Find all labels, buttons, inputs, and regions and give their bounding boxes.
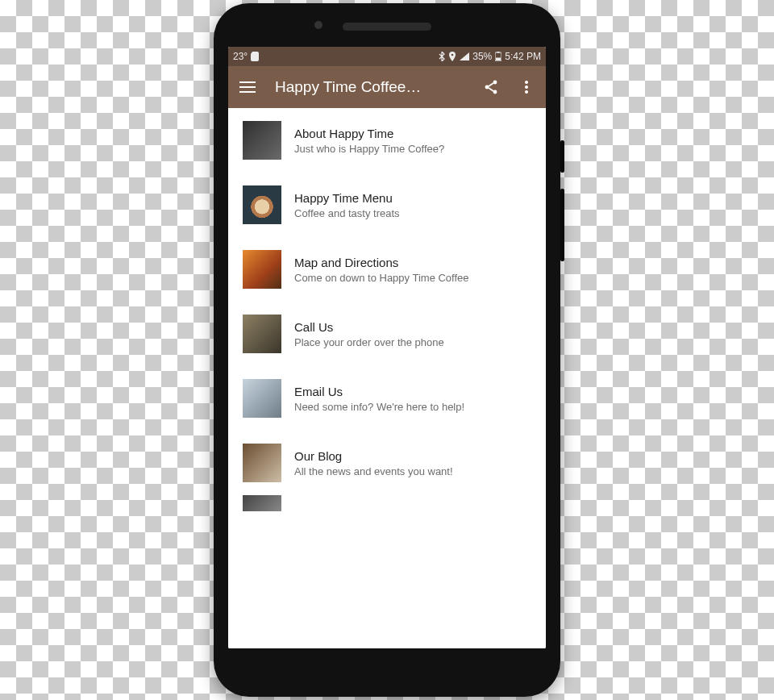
list-item-partial[interactable] — [228, 495, 546, 511]
thumbnail-icon — [243, 495, 281, 511]
list-item-subtitle: Need some info? We're here to help! — [294, 401, 531, 413]
phone-frame: 23° 35% 5:42 PM — [214, 3, 560, 697]
overflow-menu-icon[interactable] — [515, 76, 538, 98]
list-item[interactable]: Our Blog All the news and events you wan… — [228, 431, 546, 495]
list-item-title: Email Us — [294, 385, 531, 398]
signal-icon — [460, 52, 469, 60]
svg-rect-2 — [497, 52, 500, 53]
status-battery-percent: 35% — [472, 51, 492, 62]
status-clock: 5:42 PM — [505, 51, 541, 62]
list-item-subtitle: Coffee and tasty treats — [294, 207, 531, 219]
list-item[interactable]: Call Us Place your order over the phone — [228, 302, 546, 366]
list-item-title: Call Us — [294, 320, 531, 334]
svg-point-9 — [525, 90, 528, 94]
thumbnail-icon — [243, 250, 281, 289]
list-item-subtitle: Come on down to Happy Time Coffee — [294, 272, 531, 284]
share-icon[interactable] — [480, 76, 502, 98]
svg-point-0 — [452, 54, 454, 56]
svg-point-8 — [525, 85, 528, 89]
list-item-title: Happy Time Menu — [294, 191, 531, 205]
hamburger-menu-icon[interactable] — [236, 76, 259, 98]
svg-point-7 — [525, 81, 528, 84]
list-item[interactable]: About Happy Time Just who is Happy Time … — [228, 108, 546, 173]
list-item-subtitle: All the news and events you want! — [294, 465, 531, 477]
status-bar: 23° 35% 5:42 PM — [228, 47, 546, 66]
screen: 23° 35% 5:42 PM — [228, 47, 546, 648]
list-item-title: About Happy Time — [294, 127, 531, 140]
battery-icon — [495, 52, 501, 61]
thumbnail-icon — [243, 121, 281, 160]
thumbnail-icon — [243, 315, 281, 353]
list-item[interactable]: Map and Directions Come on down to Happy… — [228, 237, 546, 302]
list-item-title: Our Blog — [294, 449, 531, 463]
svg-rect-3 — [496, 58, 501, 61]
list-item-subtitle: Just who is Happy Time Coffee? — [294, 143, 531, 155]
status-temperature: 23° — [233, 51, 248, 62]
app-bar: Happy Time Coffee… — [228, 66, 546, 108]
location-icon — [448, 52, 456, 61]
menu-list[interactable]: About Happy Time Just who is Happy Time … — [228, 108, 546, 648]
sd-card-icon — [251, 52, 259, 61]
thumbnail-icon — [243, 185, 281, 224]
app-title: Happy Time Coffee… — [275, 78, 467, 96]
list-item-subtitle: Place your order over the phone — [294, 336, 531, 348]
bluetooth-icon — [439, 52, 445, 61]
thumbnail-icon — [243, 379, 281, 418]
list-item[interactable]: Email Us Need some info? We're here to h… — [228, 366, 546, 431]
list-item-title: Map and Directions — [294, 256, 531, 269]
list-item[interactable]: Happy Time Menu Coffee and tasty treats — [228, 173, 546, 237]
thumbnail-icon — [243, 444, 281, 482]
